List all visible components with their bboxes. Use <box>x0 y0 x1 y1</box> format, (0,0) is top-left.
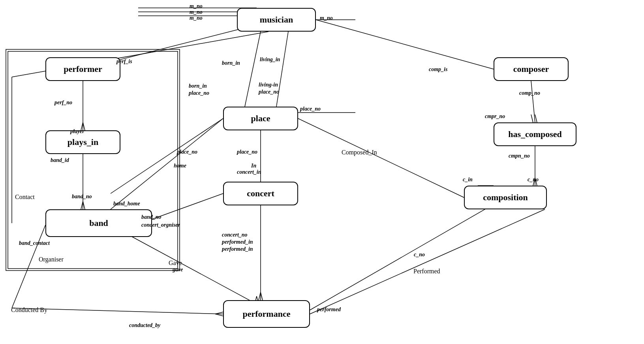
label-player: player <box>70 128 84 135</box>
entity-performer: performer <box>45 57 120 81</box>
label-cmpr-no: cmpr_no <box>485 113 505 120</box>
entity-musician-label: musician <box>260 15 293 25</box>
label-m-no-2: m_no <box>190 9 203 15</box>
label-gave: Gave <box>169 259 182 267</box>
entity-has-composed-label: has_composed <box>508 129 562 139</box>
svg-line-19 <box>531 115 533 122</box>
svg-line-15 <box>111 118 223 194</box>
svg-line-34 <box>12 225 45 308</box>
label-place-no-left: place_no <box>177 149 197 155</box>
label-m-no-1: m_no <box>190 3 203 9</box>
label-organiser: Organiser <box>39 256 64 263</box>
label-living-in-top: living_in <box>260 56 280 63</box>
label-m-no-3: m_no <box>190 15 203 21</box>
label-perf-no: perf_no <box>54 100 72 106</box>
entity-musician: musician <box>237 8 316 32</box>
label-band-id: band_id <box>51 157 69 164</box>
diagram-lines <box>0 0 644 344</box>
label-concert-in: concert_in <box>237 169 261 175</box>
svg-line-37 <box>215 314 223 316</box>
entity-composition-label: composition <box>483 192 528 203</box>
label-composed-in: Composed_In <box>342 149 377 156</box>
label-cmpn-no: cmpn_no <box>509 153 530 159</box>
label-comp-is: comp_is <box>429 66 447 73</box>
entity-place: place <box>223 107 298 130</box>
label-contact: Contact <box>15 194 35 201</box>
label-conducted-by-attr: conducted_by <box>129 322 160 329</box>
entity-band: band <box>45 209 152 237</box>
label-band-no-top: band_no <box>72 194 92 200</box>
label-performed-in-1: performed_in <box>222 239 253 245</box>
entity-composer-label: composer <box>513 64 549 74</box>
label-c-no-bottom: c_no <box>414 252 425 258</box>
label-band-no-orgnr: band_no <box>141 214 161 220</box>
label-place-no-living: place_no <box>259 89 279 95</box>
svg-line-13 <box>83 201 85 209</box>
entity-composer: composer <box>494 57 569 81</box>
label-conducted-by: Conducted By <box>11 306 47 314</box>
svg-line-29 <box>259 292 261 300</box>
entity-has-composed: has_composed <box>494 122 576 146</box>
svg-rect-42 <box>6 49 180 271</box>
entity-band-label: band <box>89 218 108 228</box>
entity-performance-label: performance <box>243 309 291 319</box>
svg-line-26 <box>152 194 223 219</box>
label-place-no-right: place_no <box>300 106 321 112</box>
svg-line-38 <box>310 209 545 314</box>
svg-line-36 <box>215 312 223 314</box>
label-gave-attr: gave <box>173 267 183 273</box>
entity-performer-label: performer <box>64 64 102 74</box>
entity-performance: performance <box>223 300 310 328</box>
label-comp-no: comp_no <box>519 90 540 96</box>
label-place-no-born: place_no <box>189 90 209 96</box>
svg-line-7 <box>316 20 494 69</box>
svg-line-20 <box>535 115 537 122</box>
entity-place-label: place <box>251 113 270 124</box>
label-concert-no: concert_no <box>222 232 248 238</box>
label-band-home: band_home <box>113 201 140 207</box>
svg-line-16 <box>298 118 464 197</box>
svg-line-1 <box>245 32 261 107</box>
entity-concert-label: concert <box>247 188 274 199</box>
svg-line-27 <box>111 118 223 209</box>
label-living-in-mid: living-in <box>259 82 278 88</box>
label-in: In <box>251 163 256 169</box>
entity-concert: concert <box>223 182 298 205</box>
svg-line-12 <box>81 201 83 209</box>
svg-line-30 <box>261 292 263 300</box>
label-performed: performed <box>317 306 341 313</box>
entity-composition: composition <box>464 186 547 209</box>
er-diagram: musician performer place composer plays_… <box>0 0 644 344</box>
label-concert-orgniser: concert_orgniser <box>141 222 180 228</box>
label-perf-is: perf_is <box>116 58 132 65</box>
svg-line-2 <box>276 32 288 107</box>
svg-line-18 <box>531 81 535 122</box>
label-performed-rel: Performed <box>413 268 440 275</box>
label-born-in-mid: born_in <box>189 83 207 89</box>
label-place-no-concert: place_no <box>237 149 257 155</box>
label-m-no-right: m_no <box>320 15 333 21</box>
svg-line-24 <box>310 197 505 310</box>
label-c-no-right: c_no <box>528 177 539 183</box>
entity-plays-in-label: plays_in <box>68 137 98 147</box>
label-c-in: c_in <box>463 177 473 183</box>
label-band-contact: band_contact <box>19 240 50 246</box>
label-born-in-top: born_in <box>222 60 240 66</box>
label-home: home <box>174 163 186 169</box>
label-performed-in-2: performed_in <box>222 246 253 252</box>
